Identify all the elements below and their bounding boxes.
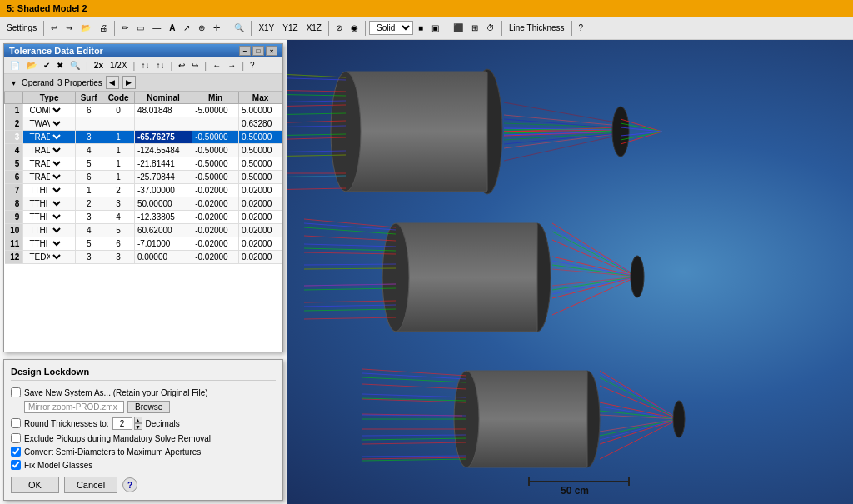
toolbar-print[interactable]: 🖨 [96,22,111,34]
toolbar-open[interactable]: 📂 [77,22,94,34]
row-nominal[interactable]: -124.55484 [134,144,192,157]
row-type[interactable]: TRAD [23,131,76,144]
tde-table[interactable]: Type Surf Code Nominal Min Max 1 COMP [4,92,282,352]
tde-nav-right[interactable]: ▶ [122,76,136,89]
type-select[interactable]: TWAV [26,118,63,129]
toolbar-cursor[interactable]: ✛ [210,22,223,34]
type-select[interactable]: TTHI [26,212,63,222]
table-row[interactable]: 4 TRAD 4 1 -124.55484 -0.50000 0.50000 [5,144,282,157]
toolbar-rect[interactable]: ▭ [133,22,147,34]
tde-magnify[interactable]: 🔍 [67,59,82,72]
type-select[interactable]: TTHI [26,238,63,249]
dl-fix-checkbox[interactable] [11,460,21,470]
solid-dropdown[interactable]: Solid [369,21,413,35]
tde-half[interactable]: 1/2X [107,59,130,72]
tde-help[interactable]: ? [247,59,257,72]
toolbar-undo[interactable]: ↩ [47,22,61,34]
toolbar-redo[interactable]: ↪ [62,22,76,34]
table-row[interactable]: 5 TRAD 5 1 -21.81441 -0.50000 0.50000 [5,157,282,171]
dl-help-button[interactable]: ? [122,477,137,492]
toolbar-help[interactable]: ? [576,22,587,34]
settings-menu[interactable]: Settings [3,22,40,34]
toolbar-no-rays[interactable]: ⊘ [332,22,346,34]
tde-cross[interactable]: ✖ [54,59,66,72]
row-type[interactable]: TRAD [23,144,76,157]
dl-cancel-button[interactable]: Cancel [64,477,117,493]
row-type[interactable]: TEDX [23,251,76,264]
toolbar-magnify[interactable]: 🔍 [231,22,247,34]
tde-sort-ai[interactable]: ↑↓ [153,59,167,72]
toolbar-rays[interactable]: ◉ [347,22,362,34]
toolbar-render[interactable]: ⬛ [450,22,466,34]
row-nominal[interactable]: 50.00000 [134,197,192,211]
tde-operand-toggle[interactable]: ▾ [9,77,18,89]
row-type[interactable]: TTHI [23,224,76,237]
row-type[interactable]: TTHI [23,197,76,211]
table-row[interactable]: 6 TRAD 6 1 -25.70844 -0.50000 0.50000 [5,171,282,184]
row-type[interactable]: TRAD [23,171,76,184]
dl-decrement-btn[interactable]: ▼ [134,423,142,430]
table-row[interactable]: 3 TRAD 3 1 -65.76275 -0.50000 0.50000 [5,131,282,144]
line-thickness-btn[interactable]: Line Thickness [506,22,568,34]
table-row[interactable]: 11 TTHI 5 6 -7.01000 -0.02000 0.02000 [5,237,282,251]
tde-sort-asc[interactable]: ↑↓ [138,59,152,72]
toolbar-grid[interactable]: ⊞ [468,22,481,34]
row-nominal[interactable]: -21.81441 [134,157,192,171]
row-type[interactable]: TWAV [23,117,76,131]
dl-decimals-input[interactable] [112,417,132,430]
dl-browse-button[interactable]: Browse [127,401,170,413]
row-nominal[interactable]: -12.33805 [134,211,192,224]
toolbar-view2[interactable]: ▣ [428,22,442,34]
tde-redo[interactable]: ↪ [189,59,201,72]
tde-prev-arrow[interactable]: ← [210,59,223,72]
row-nominal[interactable]: -25.70844 [134,171,192,184]
type-select[interactable]: TTHI [26,225,63,236]
toolbar-x1y[interactable]: X1Y [255,22,277,34]
type-select[interactable]: TRAD [26,145,63,156]
tde-restore-btn[interactable]: □ [252,46,264,56]
type-select[interactable]: TRAD [26,158,63,169]
dl-increment-btn[interactable]: ▲ [134,417,142,423]
row-nominal[interactable]: 48.01848 [134,104,192,117]
type-select[interactable]: TEDX [26,252,63,262]
row-nominal[interactable]: 60.62000 [134,224,192,237]
row-type[interactable]: COMP [23,104,76,117]
type-select[interactable]: TTHI [26,185,63,196]
tde-new[interactable]: 📄 [7,59,22,72]
table-row[interactable]: 1 COMP 6 0 48.01848 -5.00000 5.00000 [5,104,282,117]
tde-undo[interactable]: ↩ [176,59,187,72]
toolbar-target[interactable]: ⊕ [195,22,208,34]
type-select[interactable]: TRAD [26,132,63,142]
dl-convert-checkbox[interactable] [11,447,21,457]
table-row[interactable]: 2 TWAV 0.63280 [5,117,282,131]
type-select[interactable]: TTHI [26,198,63,209]
row-type[interactable]: TRAD [23,157,76,171]
row-nominal[interactable]: -37.00000 [134,184,192,197]
toolbar-pencil[interactable]: ✏ [118,22,132,34]
row-nominal[interactable]: -7.01000 [134,237,192,251]
tde-close-btn[interactable]: × [266,46,277,56]
tde-minimize-btn[interactable]: − [239,46,251,56]
toolbar-x1z[interactable]: X1Z [303,22,325,34]
row-type[interactable]: TTHI [23,211,76,224]
type-select[interactable]: COMP [26,105,63,116]
table-row[interactable]: 10 TTHI 4 5 60.62000 -0.02000 0.02000 [5,224,282,237]
dl-filename-input[interactable] [24,401,124,413]
dl-ok-button[interactable]: OK [11,477,59,493]
toolbar-arrow[interactable]: ↗ [180,22,193,34]
toolbar-clock[interactable]: ⏱ [483,22,498,34]
tde-open[interactable]: 📂 [24,59,39,72]
dl-round-checkbox[interactable] [11,418,21,428]
row-type[interactable]: TTHI [23,184,76,197]
toolbar-y1z[interactable]: Y1Z [279,22,301,34]
toolbar-view1[interactable]: ■ [415,22,426,34]
row-nominal[interactable]: 0.00000 [134,251,192,264]
dl-exclude-checkbox[interactable] [11,433,21,443]
table-row[interactable]: 7 TTHI 1 2 -37.00000 -0.02000 0.02000 [5,184,282,197]
tde-2x[interactable]: 2x [92,59,106,72]
toolbar-line[interactable]: — [149,22,164,34]
tde-nav-left[interactable]: ◀ [106,76,119,89]
tde-next-arrow[interactable]: → [225,59,238,72]
row-type[interactable]: TTHI [23,237,76,251]
tde-check[interactable]: ✔ [41,59,52,72]
